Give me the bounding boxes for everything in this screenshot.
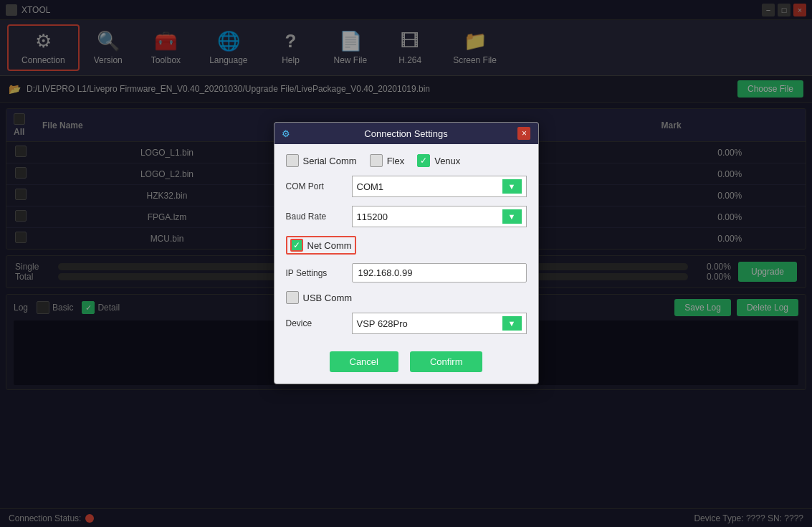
venux-label: Venux [434, 156, 460, 166]
usb-comm-checkbox[interactable] [286, 291, 299, 304]
device-value: VSP 628Pro [357, 318, 408, 329]
baud-rate-dropdown-arrow[interactable]: ▼ [502, 209, 522, 224]
venux-checkbox[interactable]: ✓ [417, 154, 430, 167]
com-port-dropdown-arrow[interactable]: ▼ [502, 179, 522, 194]
net-comm-label: Net Comm [307, 240, 352, 251]
usb-comm-row: USB Comm [286, 291, 527, 304]
cancel-button[interactable]: Cancel [330, 351, 398, 372]
device-row: Device VSP 628Pro ▼ [286, 313, 527, 334]
ip-settings-row: IP Settings [286, 263, 527, 283]
serial-comm-checkbox[interactable] [286, 154, 299, 167]
baud-rate-select[interactable]: 115200 ▼ [352, 206, 527, 227]
com-port-select[interactable]: COM1 ▼ [352, 176, 527, 197]
device-label: Device [286, 318, 343, 328]
modal-header-icon: ⚙ [282, 128, 290, 139]
com-port-label: COM Port [286, 181, 343, 191]
confirm-button[interactable]: Confirm [410, 351, 483, 372]
modal-close-button[interactable]: × [517, 127, 530, 140]
modal-overlay: ⚙ Connection Settings × Serial Comm Flex… [0, 0, 812, 527]
modal-title: Connection Settings [364, 128, 447, 139]
venux-item[interactable]: ✓ Venux [417, 154, 460, 167]
serial-comm-item[interactable]: Serial Comm [286, 154, 357, 167]
modal-header: ⚙ Connection Settings × [274, 123, 538, 144]
ip-settings-input[interactable] [352, 263, 527, 283]
net-comm-checkbox[interactable]: ✓ [290, 239, 303, 252]
baud-rate-value: 115200 [357, 212, 388, 222]
flex-label: Flex [387, 156, 405, 166]
serial-comm-label: Serial Comm [303, 156, 357, 166]
comm-type-row: Serial Comm Flex ✓ Venux [286, 154, 527, 167]
connection-settings-modal: ⚙ Connection Settings × Serial Comm Flex… [274, 122, 539, 384]
net-comm-box[interactable]: ✓ Net Comm [286, 236, 356, 255]
modal-body: Serial Comm Flex ✓ Venux COM Port COM1 ▼ [274, 144, 538, 344]
com-port-row: COM Port COM1 ▼ [286, 176, 527, 197]
baud-rate-row: Baud Rate 115200 ▼ [286, 206, 527, 227]
modal-footer: Cancel Confirm [274, 344, 538, 384]
net-comm-row: ✓ Net Comm [286, 236, 527, 255]
device-dropdown-arrow[interactable]: ▼ [502, 316, 522, 331]
device-select[interactable]: VSP 628Pro ▼ [352, 313, 527, 334]
flex-checkbox[interactable] [370, 154, 383, 167]
ip-settings-label: IP Settings [286, 268, 343, 278]
usb-comm-item[interactable]: USB Comm [286, 291, 353, 304]
com-port-value: COM1 [357, 181, 384, 192]
usb-comm-label: USB Comm [303, 293, 353, 303]
flex-item[interactable]: Flex [370, 154, 405, 167]
baud-rate-label: Baud Rate [286, 212, 343, 222]
